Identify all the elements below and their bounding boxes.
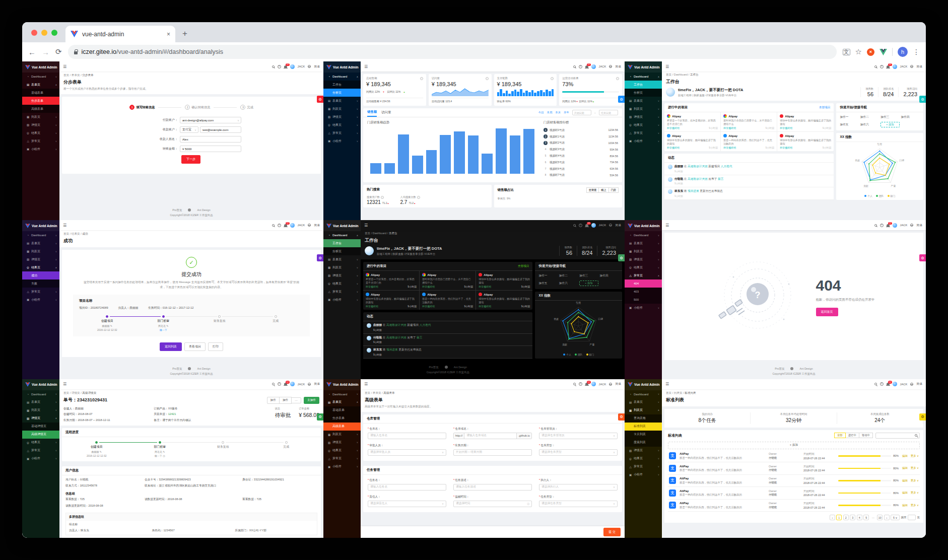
sidebar-item[interactable]: 查询表格 xyxy=(625,414,662,423)
sidebar-item[interactable]: ▧详情页∨ xyxy=(22,121,59,129)
group-link[interactable]: 科学搬砖组 xyxy=(479,305,491,308)
payee-name-input[interactable]: Alex xyxy=(180,136,241,143)
quick-op-link[interactable]: 操作五 xyxy=(840,123,858,127)
search-icon[interactable] xyxy=(874,65,877,68)
date-start-input[interactable]: 开始日期 xyxy=(572,110,591,115)
sidebar-item[interactable]: ▣小组件∨ xyxy=(22,145,59,153)
quick-op-link[interactable]: 操作二 xyxy=(559,274,578,278)
group-link[interactable]: 科学搬砖组 xyxy=(422,285,435,288)
form-control[interactable]: 请选择仓库类型 xyxy=(539,449,618,456)
address-bar[interactable]: iczer.gitee.io/vue-antd-admin/#/dashboar… xyxy=(68,45,837,59)
user-avatar[interactable] xyxy=(591,223,596,228)
user-avatar[interactable] xyxy=(893,64,897,69)
sidebar-item[interactable]: ▦列表页∨ xyxy=(323,105,361,113)
sidebar-item[interactable]: ◔Dashboard∧ xyxy=(323,231,361,239)
sidebar-item[interactable]: △异常页∨ xyxy=(22,137,59,145)
language-label[interactable]: 简体 xyxy=(916,382,922,386)
page-number[interactable]: ··· xyxy=(870,515,876,520)
back-home-button[interactable]: 返回首页 xyxy=(816,308,838,316)
sidebar-item[interactable]: ▧详情页∨ xyxy=(625,113,662,121)
team-link[interactable]: 项目进展 xyxy=(688,189,699,192)
user-avatar[interactable] xyxy=(893,382,897,386)
notification-bell-icon[interactable]: 12 xyxy=(887,224,890,227)
sidebar-item[interactable]: ◔Dashboard∧ xyxy=(323,73,361,81)
page-number[interactable]: 2 xyxy=(843,515,849,520)
quick-op-link[interactable]: 操作三 xyxy=(579,274,598,278)
sidebar-item[interactable]: ▣小组件∨ xyxy=(22,455,59,463)
sidebar-item[interactable]: 基础表单 xyxy=(22,89,59,97)
tab-close-icon[interactable]: × xyxy=(167,31,170,38)
username[interactable]: JACK xyxy=(900,383,908,386)
sidebar-item[interactable]: 分析页 xyxy=(625,89,662,97)
notification-bell-icon[interactable]: 12 xyxy=(284,383,287,385)
prev-page-button[interactable]: ‹ xyxy=(830,515,835,520)
channel-button[interactable]: 全渠道 xyxy=(586,187,599,193)
maximize-window-button[interactable] xyxy=(51,30,57,36)
sidebar-item[interactable]: 分析页 xyxy=(323,247,361,255)
sidebar-item[interactable]: ▦列表页∨ xyxy=(22,406,59,414)
sidebar-item[interactable]: 工作台 xyxy=(625,81,662,89)
footer-link[interactable]: Ant Design xyxy=(454,366,467,369)
form-control[interactable]: 请选择时间 xyxy=(453,501,532,507)
forward-button[interactable]: → xyxy=(42,48,49,56)
more-link[interactable]: 更多 ∨ xyxy=(911,466,919,470)
back-button[interactable]: ← xyxy=(28,48,36,56)
form-control[interactable]: 请选择审批人员 xyxy=(368,449,446,456)
help-icon[interactable]: ? xyxy=(880,382,884,386)
date-end-input[interactable]: 结束日期 xyxy=(599,110,618,115)
sidebar-item[interactable]: ▧详情页∨ xyxy=(625,447,662,455)
reload-button[interactable]: ⟳ xyxy=(55,47,62,56)
page-number[interactable]: 3 xyxy=(850,515,855,520)
project-card[interactable]: Alipay城镇中有那么多的酒馆，她却偏偏走进了我的酒馆科学搬砖组9小时前 xyxy=(777,112,834,132)
range-link[interactable]: 本周 xyxy=(547,111,553,114)
sidebar-item[interactable]: ▣小组件∨ xyxy=(22,296,59,304)
all-projects-link[interactable]: 全部项目 xyxy=(518,264,529,268)
sidebar-item[interactable]: △异常页∨ xyxy=(323,455,361,463)
sidebar-item[interactable]: ▤表单页∨ xyxy=(625,398,662,406)
tab-sales[interactable]: 销售额 xyxy=(367,108,377,117)
sidebar-item[interactable]: △异常页∨ xyxy=(625,463,662,471)
project-card[interactable]: Alipay那是一种内在的东西，他们到达不了，也无法触及的科学搬砖组9小时前 xyxy=(721,132,777,151)
sidebar-item[interactable]: ◎结果页∨ xyxy=(22,439,59,447)
settings-gear-handle[interactable]: ⚙ xyxy=(919,413,926,421)
sidebar-item[interactable]: 高级表单 xyxy=(323,423,361,431)
username[interactable]: JACK xyxy=(900,65,908,68)
amount-input[interactable]: ¥ 5000 xyxy=(180,146,241,152)
help-icon[interactable]: ? xyxy=(278,65,281,68)
search-icon[interactable] xyxy=(272,383,275,385)
sidebar-item[interactable]: △异常页∧ xyxy=(625,271,662,279)
item-link[interactable]: 八月迭代 xyxy=(721,165,732,168)
username[interactable]: JACK xyxy=(298,224,305,227)
notification-bell-icon[interactable]: 12 xyxy=(585,65,588,68)
info-icon[interactable]: i xyxy=(420,77,423,80)
quick-op-link[interactable]: 操作六 xyxy=(559,282,578,286)
sidebar-item[interactable]: ▦列表页∨ xyxy=(22,113,59,121)
menu-fold-icon[interactable]: ☰ xyxy=(63,64,66,69)
language-globe-icon[interactable] xyxy=(308,65,311,68)
browser-menu-icon[interactable]: ⋮ xyxy=(913,48,920,56)
sidebar-item[interactable]: △异常页∨ xyxy=(22,447,59,455)
settings-gear-handle[interactable]: ⚙ xyxy=(317,413,323,421)
project-card[interactable]: Alipay城镇中有那么多的酒馆，她却偏偏走进了我的酒馆科学搬砖组9小时前 xyxy=(777,132,834,151)
quick-op-link[interactable]: 操作四 xyxy=(901,115,920,119)
sidebar-item[interactable]: ▤表单页∨ xyxy=(323,97,361,105)
edit-link[interactable]: 编辑 xyxy=(902,479,908,482)
settings-gear-handle[interactable]: ⚙ xyxy=(919,96,926,103)
app-logo[interactable]: Vue Antd Admin xyxy=(22,220,59,231)
notification-bell-icon[interactable]: 12 xyxy=(284,224,287,227)
notification-bell-icon[interactable]: 12 xyxy=(585,224,588,227)
edit-link[interactable]: 编辑 xyxy=(902,491,908,495)
sidebar-item[interactable]: 403 xyxy=(625,288,662,296)
group-link[interactable]: 科学搬砖组 xyxy=(479,285,491,288)
range-link[interactable]: 今日 xyxy=(538,111,544,114)
username[interactable]: JACK xyxy=(298,65,305,68)
group-link[interactable]: 科学搬砖组 xyxy=(366,285,378,288)
footer-link[interactable]: Ant Design xyxy=(197,208,210,212)
menu-fold-icon[interactable]: ☰ xyxy=(364,382,368,386)
group-link[interactable]: 科学搬砖组 xyxy=(667,146,680,149)
footer-link[interactable]: Pro首页 xyxy=(172,208,182,212)
language-label[interactable]: 简体 xyxy=(615,64,621,69)
sidebar-item[interactable]: ▣小组件∨ xyxy=(625,304,662,312)
sidebar-item[interactable]: ▦列表页∨ xyxy=(323,431,361,439)
sidebar-item[interactable]: 标准列表 xyxy=(625,423,662,431)
